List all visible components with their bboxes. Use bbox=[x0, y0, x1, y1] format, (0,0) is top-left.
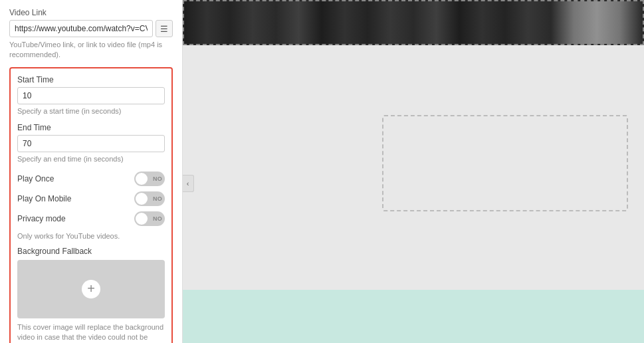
end-time-input[interactable] bbox=[17, 135, 165, 152]
play-on-mobile-toggle-text: NO bbox=[153, 195, 162, 202]
privacy-mode-knob bbox=[136, 213, 148, 225]
privacy-mode-help: Only works for YouTube videos. bbox=[17, 231, 165, 241]
start-time-help: Specify a start time (in seconds) bbox=[17, 106, 165, 116]
content-area: ‹ bbox=[183, 45, 644, 343]
collapse-panel-btn[interactable]: ‹ bbox=[183, 175, 194, 192]
bg-fallback-help: This cover image will replace the backgr… bbox=[17, 322, 165, 343]
settings-section-box: Start Time Specify a start time (in seco… bbox=[9, 67, 173, 343]
play-on-mobile-row: Play On Mobile NO bbox=[17, 191, 165, 206]
video-strip bbox=[183, 0, 644, 45]
background-fallback-section: Background Fallback + This cover image w… bbox=[17, 247, 165, 343]
play-once-knob bbox=[136, 173, 148, 185]
content-dashed-box bbox=[382, 115, 628, 211]
play-once-label: Play Once bbox=[17, 174, 54, 183]
bottom-teal-area bbox=[183, 290, 644, 343]
play-once-toggle-text: NO bbox=[153, 175, 162, 182]
bg-fallback-upload-area[interactable]: + bbox=[17, 260, 165, 318]
start-time-input[interactable] bbox=[17, 87, 165, 104]
bg-fallback-label: Background Fallback bbox=[17, 247, 165, 256]
play-once-row: Play Once NO bbox=[17, 172, 165, 186]
collapse-arrow-icon: ‹ bbox=[187, 179, 189, 187]
list-icon: ☰ bbox=[160, 24, 168, 34]
privacy-mode-toggle[interactable]: NO bbox=[134, 211, 165, 226]
bg-fallback-add-icon: + bbox=[82, 280, 100, 298]
video-link-list-icon-btn[interactable]: ☰ bbox=[156, 20, 173, 37]
start-time-group: Start Time Specify a start time (in seco… bbox=[17, 75, 165, 116]
video-link-help: YouTube/Vimeo link, or link to video fil… bbox=[9, 40, 173, 60]
video-link-input[interactable] bbox=[9, 20, 153, 37]
play-on-mobile-knob bbox=[136, 193, 148, 205]
play-on-mobile-label: Play On Mobile bbox=[17, 194, 71, 203]
start-time-label: Start Time bbox=[17, 75, 165, 84]
video-link-label: Video Link bbox=[9, 8, 173, 17]
privacy-mode-row: Privacy mode NO bbox=[17, 211, 165, 226]
video-link-input-row: ☰ bbox=[9, 20, 173, 37]
video-link-section: Video Link ☰ YouTube/Vimeo link, or link… bbox=[9, 8, 173, 60]
privacy-mode-toggle-text: NO bbox=[153, 215, 162, 222]
right-panel: ‹ bbox=[183, 0, 644, 343]
end-time-help: Specify an end time (in seconds) bbox=[17, 154, 165, 164]
play-on-mobile-toggle[interactable]: NO bbox=[134, 191, 165, 206]
end-time-label: End Time bbox=[17, 123, 165, 132]
left-panel: Video Link ☰ YouTube/Vimeo link, or link… bbox=[0, 0, 183, 343]
video-strip-bg bbox=[184, 1, 643, 44]
end-time-group: End Time Specify an end time (in seconds… bbox=[17, 123, 165, 164]
play-once-toggle[interactable]: NO bbox=[134, 172, 165, 186]
privacy-mode-label: Privacy mode bbox=[17, 214, 66, 223]
